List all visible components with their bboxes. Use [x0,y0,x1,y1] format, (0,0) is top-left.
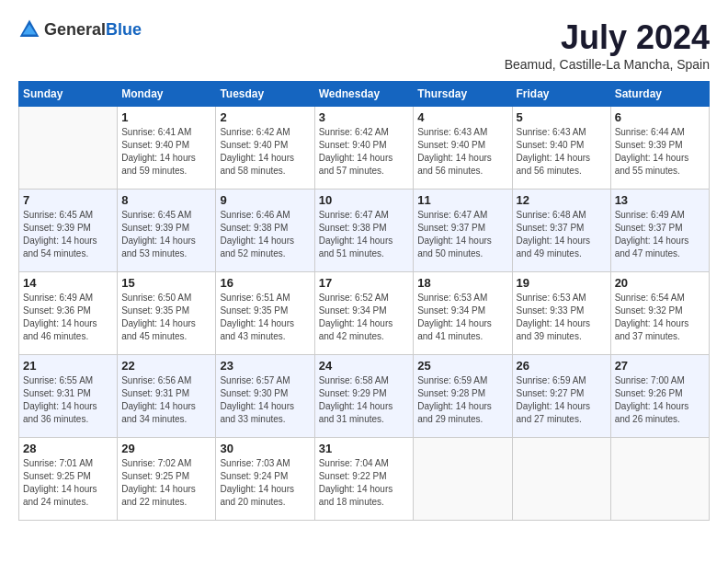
calendar-cell: 4Sunrise: 6:43 AM Sunset: 9:40 PM Daylig… [414,107,512,190]
cell-info-text: Sunrise: 6:47 AM Sunset: 9:38 PM Dayligh… [319,209,410,260]
calendar-cell: 24Sunrise: 6:58 AM Sunset: 9:29 PM Dayli… [314,355,414,438]
cell-day-number: 13 [615,193,705,207]
cell-day-number: 11 [417,193,507,207]
cell-info-text: Sunrise: 7:04 AM Sunset: 9:22 PM Dayligh… [319,457,410,509]
calendar-header-row: SundayMondayTuesdayWednesdayThursdayFrid… [19,82,710,107]
calendar-cell: 1Sunrise: 6:41 AM Sunset: 9:40 PM Daylig… [118,107,216,190]
calendar-week-row: 21Sunrise: 6:55 AM Sunset: 9:31 PM Dayli… [19,355,710,438]
cell-day-number: 12 [517,193,607,207]
cell-day-number: 7 [23,193,113,207]
cell-day-number: 8 [121,193,211,207]
cell-info-text: Sunrise: 6:49 AM Sunset: 9:37 PM Dayligh… [615,209,705,260]
calendar-cell: 15Sunrise: 6:50 AM Sunset: 9:35 PM Dayli… [118,272,216,355]
column-header-monday: Monday [118,82,216,107]
calendar-cell: 9Sunrise: 6:46 AM Sunset: 9:38 PM Daylig… [216,190,314,272]
calendar-cell: 28Sunrise: 7:01 AM Sunset: 9:25 PM Dayli… [19,438,118,521]
calendar-cell [19,107,118,190]
calendar-cell: 31Sunrise: 7:04 AM Sunset: 9:22 PM Dayli… [314,438,414,521]
cell-day-number: 20 [615,276,705,290]
cell-info-text: Sunrise: 6:46 AM Sunset: 9:38 PM Dayligh… [220,209,310,260]
cell-day-number: 3 [319,110,410,124]
cell-info-text: Sunrise: 6:53 AM Sunset: 9:34 PM Dayligh… [417,292,507,343]
calendar-cell: 19Sunrise: 6:53 AM Sunset: 9:33 PM Dayli… [512,272,610,355]
cell-day-number: 16 [220,276,310,290]
calendar-cell: 29Sunrise: 7:02 AM Sunset: 9:25 PM Dayli… [118,438,216,521]
cell-info-text: Sunrise: 6:43 AM Sunset: 9:40 PM Dayligh… [517,126,607,178]
cell-day-number: 31 [319,442,410,455]
cell-day-number: 29 [121,442,211,455]
column-header-wednesday: Wednesday [314,82,414,107]
cell-day-number: 30 [220,442,310,455]
cell-info-text: Sunrise: 6:59 AM Sunset: 9:28 PM Dayligh… [417,374,507,426]
cell-info-text: Sunrise: 6:47 AM Sunset: 9:37 PM Dayligh… [417,209,507,260]
calendar-cell: 17Sunrise: 6:52 AM Sunset: 9:34 PM Dayli… [314,272,414,355]
column-header-tuesday: Tuesday [216,82,314,107]
calendar-cell: 16Sunrise: 6:51 AM Sunset: 9:35 PM Dayli… [216,272,314,355]
cell-day-number: 10 [319,193,410,207]
calendar-cell: 10Sunrise: 6:47 AM Sunset: 9:38 PM Dayli… [314,190,414,272]
calendar-cell: 26Sunrise: 6:59 AM Sunset: 9:27 PM Dayli… [512,355,610,438]
logo: GeneralBlue [18,18,142,40]
cell-day-number: 21 [23,359,113,373]
cell-info-text: Sunrise: 6:41 AM Sunset: 9:40 PM Dayligh… [121,126,211,178]
cell-day-number: 2 [220,110,310,124]
calendar-cell: 30Sunrise: 7:03 AM Sunset: 9:24 PM Dayli… [216,438,314,521]
calendar-cell: 13Sunrise: 6:49 AM Sunset: 9:37 PM Dayli… [610,190,709,272]
cell-info-text: Sunrise: 6:43 AM Sunset: 9:40 PM Dayligh… [417,126,507,178]
calendar-cell: 11Sunrise: 6:47 AM Sunset: 9:37 PM Dayli… [414,190,512,272]
cell-day-number: 1 [121,110,211,124]
calendar-cell: 22Sunrise: 6:56 AM Sunset: 9:31 PM Dayli… [118,355,216,438]
calendar-cell: 5Sunrise: 6:43 AM Sunset: 9:40 PM Daylig… [512,107,610,190]
cell-day-number: 9 [220,193,310,207]
title-section: July 2024 Beamud, Castille-La Mancha, Sp… [505,18,710,72]
calendar-cell: 2Sunrise: 6:42 AM Sunset: 9:40 PM Daylig… [216,107,314,190]
cell-day-number: 22 [121,359,211,373]
cell-day-number: 5 [517,110,607,124]
cell-info-text: Sunrise: 6:54 AM Sunset: 9:32 PM Dayligh… [615,292,705,343]
cell-info-text: Sunrise: 7:01 AM Sunset: 9:25 PM Dayligh… [23,457,113,509]
calendar-cell [414,438,512,521]
cell-info-text: Sunrise: 6:56 AM Sunset: 9:31 PM Dayligh… [121,374,211,426]
calendar-cell: 14Sunrise: 6:49 AM Sunset: 9:36 PM Dayli… [19,272,118,355]
cell-info-text: Sunrise: 6:42 AM Sunset: 9:40 PM Dayligh… [319,126,410,178]
logo-icon [18,18,40,40]
calendar-cell: 25Sunrise: 6:59 AM Sunset: 9:28 PM Dayli… [414,355,512,438]
column-header-sunday: Sunday [19,82,118,107]
cell-day-number: 27 [615,359,705,373]
cell-info-text: Sunrise: 6:52 AM Sunset: 9:34 PM Dayligh… [319,292,410,343]
cell-info-text: Sunrise: 6:45 AM Sunset: 9:39 PM Dayligh… [23,209,113,260]
calendar-week-row: 14Sunrise: 6:49 AM Sunset: 9:36 PM Dayli… [19,272,710,355]
calendar-cell: 8Sunrise: 6:45 AM Sunset: 9:39 PM Daylig… [118,190,216,272]
calendar-week-row: 7Sunrise: 6:45 AM Sunset: 9:39 PM Daylig… [19,190,710,272]
cell-info-text: Sunrise: 6:44 AM Sunset: 9:39 PM Dayligh… [615,126,705,178]
cell-day-number: 19 [517,276,607,290]
cell-info-text: Sunrise: 6:42 AM Sunset: 9:40 PM Dayligh… [220,126,310,178]
calendar-cell: 18Sunrise: 6:53 AM Sunset: 9:34 PM Dayli… [414,272,512,355]
cell-day-number: 6 [615,110,705,124]
cell-day-number: 14 [23,276,113,290]
cell-info-text: Sunrise: 7:00 AM Sunset: 9:26 PM Dayligh… [615,374,705,426]
cell-day-number: 26 [517,359,607,373]
column-header-thursday: Thursday [414,82,512,107]
cell-day-number: 28 [23,442,113,455]
calendar-cell: 27Sunrise: 7:00 AM Sunset: 9:26 PM Dayli… [610,355,709,438]
cell-day-number: 15 [121,276,211,290]
cell-info-text: Sunrise: 6:50 AM Sunset: 9:35 PM Dayligh… [121,292,211,343]
calendar-cell [512,438,610,521]
cell-info-text: Sunrise: 6:49 AM Sunset: 9:36 PM Dayligh… [23,292,113,343]
cell-day-number: 23 [220,359,310,373]
cell-info-text: Sunrise: 6:55 AM Sunset: 9:31 PM Dayligh… [23,374,113,426]
calendar-cell: 3Sunrise: 6:42 AM Sunset: 9:40 PM Daylig… [314,107,414,190]
month-year-title: July 2024 [505,18,710,57]
calendar-cell [610,438,709,521]
cell-info-text: Sunrise: 6:57 AM Sunset: 9:30 PM Dayligh… [220,374,310,426]
calendar-cell: 7Sunrise: 6:45 AM Sunset: 9:39 PM Daylig… [19,190,118,272]
calendar-cell: 20Sunrise: 6:54 AM Sunset: 9:32 PM Dayli… [610,272,709,355]
calendar-cell: 21Sunrise: 6:55 AM Sunset: 9:31 PM Dayli… [19,355,118,438]
calendar-cell: 12Sunrise: 6:48 AM Sunset: 9:37 PM Dayli… [512,190,610,272]
calendar-cell: 23Sunrise: 6:57 AM Sunset: 9:30 PM Dayli… [216,355,314,438]
cell-info-text: Sunrise: 6:58 AM Sunset: 9:29 PM Dayligh… [319,374,410,426]
calendar-table: SundayMondayTuesdayWednesdayThursdayFrid… [18,81,710,521]
cell-day-number: 24 [319,359,410,373]
calendar-week-row: 28Sunrise: 7:01 AM Sunset: 9:25 PM Dayli… [19,438,710,521]
